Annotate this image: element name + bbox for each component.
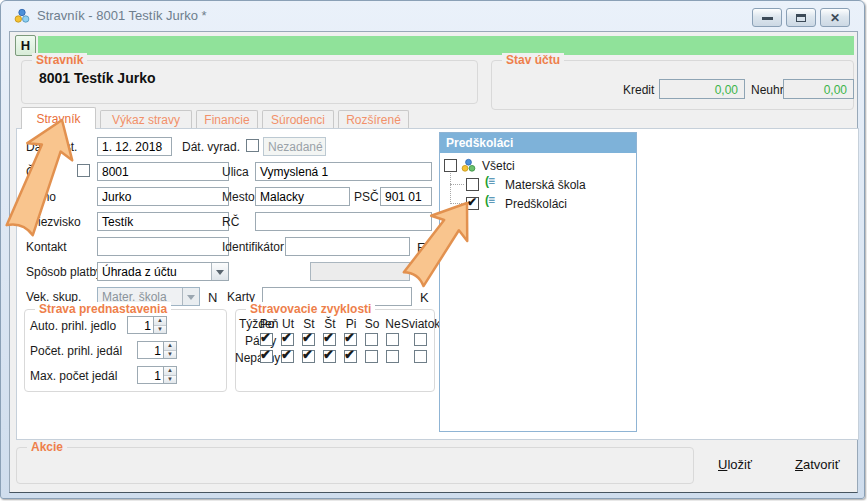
tab-content: Dát. nást. 1. 12. 2018 Dát. vyrad. Nezad… <box>16 128 859 440</box>
stepper-down-icon[interactable]: ▼ <box>154 325 166 334</box>
app-window: Stravník - 8001 Testík Jurko * ✕ H Strav… <box>0 0 865 499</box>
close-form-button[interactable]: Zatvoriť <box>795 457 840 472</box>
neuhr-value-field: 0,00 <box>783 79 854 99</box>
minimize-icon <box>762 17 773 20</box>
neuhr-label: Neuhr. <box>751 83 786 97</box>
stepper-down-icon[interactable]: ▼ <box>164 375 176 384</box>
psc-field[interactable]: 901 01 <box>380 187 432 206</box>
neparny-sviatok-checkbox[interactable] <box>414 350 427 363</box>
save-button[interactable]: Uložiť <box>718 457 752 472</box>
meno-field[interactable]: Jurko <box>97 187 229 206</box>
vsetci-checkbox[interactable] <box>444 159 457 172</box>
psc-label: PSČ <box>354 190 379 204</box>
akcie-group-label: Akcie <box>27 440 67 454</box>
stravnik-group-label: Stravník <box>32 53 87 67</box>
tab-rozsirene[interactable]: Rozšírené <box>338 110 409 128</box>
parny-stv-checkbox[interactable] <box>323 333 336 346</box>
close-button[interactable]: ✕ <box>820 8 850 27</box>
tree-item-predskolaci[interactable]: (≡ Predškoláci <box>440 195 638 211</box>
tab-financie[interactable]: Financie <box>196 110 258 128</box>
stravovacie-zvyklosti-label: Stravovacie zvyklosti <box>246 302 375 316</box>
cislo-checkbox[interactable] <box>77 164 90 177</box>
pocet-prihl-jedal-label: Počet. prihl. jedál <box>30 344 122 358</box>
materska-skola-checkbox[interactable] <box>466 178 479 191</box>
priezvisko-field[interactable]: Testík <box>97 212 229 231</box>
window-title: Stravník - 8001 Testík Jurko * <box>37 1 207 31</box>
person-name: 8001 Testík Jurko <box>39 70 155 86</box>
neparny-st-checkbox[interactable] <box>302 350 315 363</box>
dat-vyrad-checkbox[interactable] <box>246 139 259 152</box>
parny-so-checkbox[interactable] <box>365 333 378 346</box>
pocet-prihl-jedal-stepper[interactable]: 1 ▲▼ <box>137 341 177 359</box>
auto-prihl-jedlo-value: 1 <box>128 319 151 333</box>
rc-field[interactable] <box>255 212 432 231</box>
dat-nastupu-field[interactable]: 1. 12. 2018 <box>97 137 172 156</box>
sposob-platby-label: Spôsob platby <box>26 265 102 279</box>
identifikator-field[interactable] <box>285 237 410 256</box>
maximize-button[interactable] <box>786 8 816 27</box>
tab-stravnik[interactable]: Stravník <box>21 107 96 129</box>
karty-suffix: K <box>420 290 429 305</box>
day-header-pi: Pi <box>340 317 362 331</box>
parny-ne-checkbox[interactable] <box>386 333 399 346</box>
tree-item-vsetci[interactable]: Všetci <box>440 157 638 173</box>
stav-uctu-group-label: Stav účtu <box>502 53 564 67</box>
tab-surodenci[interactable]: Súrodenci <box>262 110 334 128</box>
ulica-label: Ulica <box>222 165 249 179</box>
platba-extra-field <box>310 262 410 281</box>
status-green-bar <box>38 36 854 55</box>
parny-ut-checkbox[interactable] <box>281 333 294 346</box>
sposob-platby-select[interactable]: Úhrada z účtu <box>97 262 229 281</box>
chevron-down-icon[interactable] <box>211 263 228 280</box>
pocet-prihl-jedal-value: 1 <box>138 344 161 358</box>
parny-sviatok-checkbox[interactable] <box>414 333 427 346</box>
cislo-label: Číslo <box>26 165 53 179</box>
neparny-ne-checkbox[interactable] <box>386 350 399 363</box>
sviatok-header: Sviatok <box>401 317 440 331</box>
kredit-label: Kredit <box>623 83 654 97</box>
stepper-up-icon[interactable]: ▲ <box>164 367 176 375</box>
vek-skup-suffix: N <box>208 290 217 305</box>
stepper-up-icon[interactable]: ▲ <box>154 317 166 325</box>
auto-prihl-jedlo-stepper[interactable]: 1 ▲▼ <box>127 316 167 334</box>
neparny-pi-checkbox[interactable] <box>344 350 357 363</box>
close-icon: ✕ <box>830 13 840 23</box>
app-icon <box>14 8 30 24</box>
stepper-down-icon[interactable]: ▼ <box>164 350 176 359</box>
category-list-icon: (≡ <box>485 193 494 207</box>
stepper-up-icon[interactable]: ▲ <box>164 342 176 350</box>
cislo-field[interactable]: 8001 <box>97 162 229 181</box>
neparny-so-checkbox[interactable] <box>365 350 378 363</box>
mesto-label: Mesto <box>222 190 255 204</box>
parny-pi-checkbox[interactable] <box>344 333 357 346</box>
sposob-platby-value: Úhrada z účtu <box>102 265 177 279</box>
window-client: H Stravník 8001 Testík Jurko Stav účtu K… <box>9 31 858 493</box>
dat-vyrad-field: Nezadané <box>263 137 326 156</box>
strava-prednastavenia-label: Strava prednastavenia <box>35 302 171 316</box>
priezvisko-label: Priezvisko <box>26 215 81 229</box>
tree-item-label: Materská škola <box>505 178 586 192</box>
mesto-field[interactable]: Malacky <box>255 187 350 206</box>
tree-item-materska-skola[interactable]: (≡ Materská škola <box>440 176 638 192</box>
minimize-button[interactable] <box>752 8 782 27</box>
maximize-icon <box>796 14 806 22</box>
neparny-ut-checkbox[interactable] <box>281 350 294 363</box>
titlebar[interactable]: Stravník - 8001 Testík Jurko * ✕ <box>1 1 864 31</box>
akcie-groupbox: Akcie <box>16 447 694 484</box>
groups-panel: Predškoláci Všetci (≡ Materská <box>439 132 637 432</box>
day-header-so: So <box>361 317 383 331</box>
neparny-po-checkbox[interactable] <box>260 350 273 363</box>
kredit-value-field: 0,00 <box>659 79 745 99</box>
neparny-stv-checkbox[interactable] <box>323 350 336 363</box>
identifikator-label: Identifikátor <box>222 240 284 254</box>
tab-vykaz-stravy[interactable]: Výkaz stravy <box>100 110 192 128</box>
day-header-po: Po <box>256 317 278 331</box>
parny-st-checkbox[interactable] <box>302 333 315 346</box>
day-header-st: St <box>298 317 320 331</box>
kontakt-field[interactable] <box>97 237 229 256</box>
predskolaci-checkbox[interactable] <box>466 197 479 210</box>
ulica-field[interactable]: Vymyslená 1 <box>255 162 432 181</box>
screenshot-stage: Stravník - 8001 Testík Jurko * ✕ H Strav… <box>0 0 867 501</box>
parny-po-checkbox[interactable] <box>260 333 273 346</box>
max-pocet-jedal-stepper[interactable]: 1 ▲▼ <box>137 366 177 384</box>
